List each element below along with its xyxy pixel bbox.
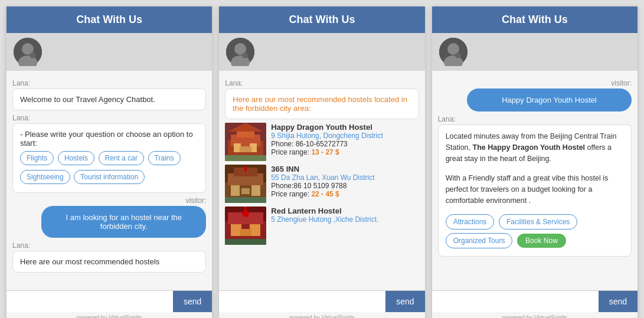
svg-rect-35 (225, 239, 266, 245)
chat-widget-3: Chat With Us visitor: Happy Dragon Youth… (431, 6, 638, 318)
lana-label-1c: Lana: (12, 241, 206, 250)
hostel-price-2: Price range: 22 - 45 $ (271, 190, 374, 198)
btn-facilities[interactable]: Facilities & Services (499, 214, 577, 230)
book-now-button[interactable]: Book Now (517, 234, 566, 248)
lana-desc-para2: With a Friendly staff and a great vibe t… (446, 173, 624, 206)
visitor-label-1: visitor: (12, 196, 206, 205)
hostel-img-2 (225, 165, 266, 203)
chat-input-1[interactable] (6, 291, 173, 312)
send-button-3[interactable]: send (599, 291, 638, 312)
lana-greeting-bubble: Welcome to our Travel Agency Chatbot. (12, 88, 206, 110)
chat-input-area-2: send (219, 290, 424, 312)
svg-rect-26 (244, 166, 247, 171)
hostel-name-1: Happy Dragon Youth Hostel (271, 123, 383, 132)
chat-messages-3: visitor: Happy Dragon Youth Hostel Lana:… (432, 71, 638, 290)
lana-label-1b: Lana: (12, 114, 206, 122)
options-row-1: Flights Hostels Rent a car Trains (20, 150, 198, 166)
send-button-2[interactable]: send (385, 291, 424, 312)
hostel-addr-1: 9 Shijia Hutong, Dongcheng District (271, 132, 383, 140)
option-sightseeing[interactable]: Sightseeing (20, 170, 70, 184)
svg-rect-22 (241, 188, 250, 194)
lana-partial-text: Here are our most recommended hostels (20, 257, 159, 266)
header-title-1: Chat With Us (76, 14, 142, 25)
action-btns-row2: Organized Tours Book Now (446, 231, 624, 250)
hostel-item-2: 365 INN 55 Da Zha Lan, Xuan Wu District … (225, 165, 419, 203)
action-btns-area: Attractions Facilities & Services (446, 212, 624, 231)
chat-header-1: Chat With Us (6, 6, 212, 33)
powered-by-3: powered by VirtualSpirits (432, 312, 638, 318)
hostel-price-val-1: 13 - 27 $ (311, 148, 339, 156)
avatar-1 (14, 38, 42, 66)
avatar-area-3 (432, 33, 638, 71)
chat-header-3: Chat With Us (432, 6, 638, 33)
chat-header-2: Chat With Us (219, 6, 424, 33)
lana-bold-text: The Happy Dragon Youth Hostel (473, 143, 586, 152)
svg-rect-34 (244, 206, 247, 211)
lana-prompt-text: - Please write your question or choose a… (20, 130, 193, 147)
chat-input-2[interactable] (219, 291, 385, 312)
chat-input-area-3: send (432, 290, 638, 312)
lana-intro-text: Here are our most recommended hostels lo… (233, 95, 407, 113)
header-title-2: Chat With Us (289, 14, 355, 25)
svg-rect-21 (251, 185, 260, 196)
svg-rect-20 (231, 185, 240, 196)
chat-messages-1: Lana: Welcome to our Travel Agency Chatb… (6, 71, 212, 290)
btn-organized-tours[interactable]: Organized Tours (446, 233, 513, 248)
svg-rect-24 (225, 197, 266, 203)
lana-label-2a: Lana: (225, 79, 419, 87)
visitor-bubble-3: Happy Dragon Youth Hostel (467, 88, 632, 112)
powered-by-2: powered by VirtualSpirits (219, 312, 424, 318)
avatar-3 (439, 38, 468, 66)
visitor-msg-1: I am looking for an hostel near the forb… (66, 213, 182, 231)
avatar-2 (226, 38, 254, 66)
visitor-label-3: visitor: (438, 79, 632, 87)
hostel-price-1: Price range: 13 - 27 $ (271, 148, 383, 156)
lana-desc-para1: Located minutes away from the Beijing Ce… (446, 131, 624, 164)
hostel-item-1: Happy Dragon Youth Hostel 9 Shijia Huton… (225, 123, 419, 161)
hostel-price-val-2: 22 - 45 $ (311, 190, 339, 198)
lana-desc-bubble: Located minutes away from the Beijing Ce… (438, 124, 632, 257)
hostel-phone-2: Phone:86 10 5109 9788 (271, 182, 374, 190)
svg-rect-16 (225, 155, 266, 161)
hostel-info-1: Happy Dragon Youth Hostel 9 Shijia Huton… (271, 123, 383, 161)
hostel-addr-2: 55 Da Zha Lan, Xuan Wu District (271, 173, 374, 182)
chat-messages-2: Lana: Here are our most recommended host… (219, 71, 424, 290)
svg-point-7 (242, 53, 248, 58)
visitor-bubble-1: I am looking for an hostel near the forb… (41, 206, 206, 238)
svg-point-3 (30, 53, 35, 58)
avatar-area-2 (219, 33, 424, 71)
hostel-info-3: Red Lantern Hostel 5 Zhengiue Hutong ,Xi… (271, 206, 378, 245)
send-button-1[interactable]: send (173, 291, 212, 312)
hostel-name-2: 365 INN (271, 165, 374, 173)
avatar-area-1 (6, 33, 212, 71)
hostel-phone-1: Phone: 86-10-65272773 (271, 140, 383, 148)
option-hostels[interactable]: Hostels (58, 151, 94, 165)
hostel-addr-3: 5 Zhengiue Hutong ,Xiche District. (271, 215, 378, 224)
hostel-name-3: Red Lantern Hostel (271, 206, 378, 215)
header-title-3: Chat With Us (502, 14, 568, 25)
option-flights[interactable]: Flights (20, 151, 54, 165)
lana-options-bubble: - Please write your question or choose a… (12, 123, 206, 193)
svg-rect-13 (240, 146, 251, 152)
options-row-2: Sightseeing Tourist information (20, 169, 198, 185)
lana-label-1a: Lana: (12, 79, 206, 87)
powered-by-1: powered by VirtualSpirits (6, 312, 212, 318)
svg-rect-32 (240, 229, 251, 236)
option-rent-a-car[interactable]: Rent a car (99, 151, 144, 165)
lana-partial-bubble: Here are our most recommended hostels (12, 251, 206, 273)
lana-label-3a: Lana: (438, 115, 632, 123)
lana-hostels-intro-bubble: Here are our most recommended hostels lo… (225, 88, 419, 119)
chat-widget-1: Chat With Us Lana: Welcome to our Travel… (6, 6, 213, 318)
hostel-info-2: 365 INN 55 Da Zha Lan, Xuan Wu District … (271, 165, 374, 203)
svg-point-39 (455, 53, 461, 58)
chat-widget-2: Chat With Us Lana: Here are our most rec… (218, 6, 425, 318)
chat-input-area-1: send (6, 290, 212, 312)
btn-attractions[interactable]: Attractions (446, 214, 495, 230)
visitor-msg-3: Happy Dragon Youth Hostel (502, 96, 596, 104)
hostel-item-3: Red Lantern Hostel 5 Zhengiue Hutong ,Xi… (225, 206, 419, 245)
option-tourist-info[interactable]: Tourist information (74, 170, 145, 184)
option-trains[interactable]: Trains (148, 151, 181, 165)
hostel-img-1 (225, 123, 266, 161)
chat-input-3[interactable] (432, 291, 599, 312)
lana-greeting-text: Welcome to our Travel Agency Chatbot. (20, 95, 155, 104)
